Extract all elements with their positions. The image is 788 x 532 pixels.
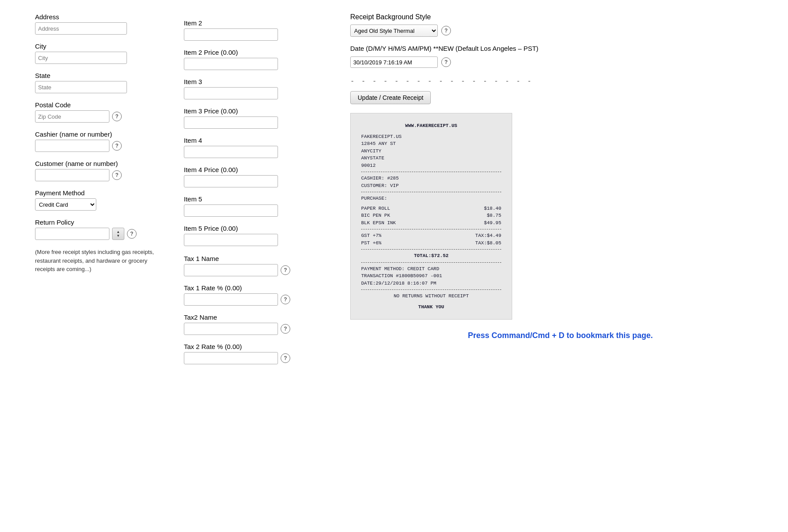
receipt-tax-info: GST +7% TAX:$4.49 PST +6% TAX:$8.05 (361, 232, 501, 247)
bookmark-text: Press Command/Cmd + D to bookmark this p… (350, 330, 770, 341)
item-price-2: $8.75 (487, 212, 501, 219)
item4-price-input[interactable] (184, 175, 278, 187)
state-field-group: State (35, 72, 166, 93)
item2-field-group: Item 2 (184, 19, 333, 41)
cashier-help-button[interactable]: ? (112, 141, 122, 151)
customer-field-group: Customer (name or number) ? (35, 160, 166, 181)
return-policy-help-button[interactable]: ? (127, 229, 137, 239)
item5-input[interactable] (184, 204, 278, 217)
receipt-item-row-1: PAPER ROLL $18.40 (361, 205, 501, 212)
help-icon: ? (284, 296, 287, 303)
help-icon: ? (444, 28, 447, 34)
tax2-rate-input[interactable] (184, 352, 278, 364)
item4-input[interactable] (184, 146, 278, 158)
help-icon: ? (115, 172, 118, 178)
item5-price-field-group: Item 5 Price (0.00) (184, 225, 333, 246)
postal-code-label: Postal Code (35, 101, 166, 109)
cashier-input[interactable] (35, 140, 109, 152)
receipt-cashier-info: CASHIER: #285 CUSTOMER: VIP (361, 175, 501, 189)
tax2-name-input[interactable] (184, 323, 278, 335)
help-icon: ? (115, 143, 118, 149)
return-policy-label: Return Policy (35, 218, 166, 226)
tax1-rate-field-group: Tax 1 Rate % (0.00) ? (184, 284, 333, 306)
receipt-bg-select[interactable]: Aged Old Style Thermal White Modern Clas… (350, 25, 438, 37)
cashier-label: Cashier (name or number) (35, 130, 166, 138)
receipt-bg-row: Aged Old Style Thermal White Modern Clas… (350, 25, 770, 37)
receipt-thank-you: THANK YOU (361, 303, 501, 311)
item2-price-input[interactable] (184, 58, 278, 70)
receipt-tax2-row: PST +6% TAX:$8.05 (361, 240, 501, 247)
item3-price-label: Item 3 Price (0.00) (184, 107, 333, 115)
receipt-payment-info: PAYMENT METHOD: CREDIT CARD TRANSACTION … (361, 265, 501, 287)
receipt-dashed-2 (361, 192, 501, 192)
cashier-row: ? (35, 140, 166, 152)
tax1-name-field-group: Tax 1 Name ? (184, 255, 333, 276)
help-icon: ? (284, 326, 287, 332)
date-help-button[interactable]: ? (441, 57, 451, 67)
receipt-preview: WWW.FAKERECEIPT.US FAKERECEIPT.US 12845 … (350, 113, 512, 320)
receipt-item-row-3: BLK EPSN INK $49.95 (361, 219, 501, 227)
item-price-3: $49.95 (484, 219, 501, 227)
tax1-name-row: ? (184, 264, 333, 276)
item2-input[interactable] (184, 28, 278, 41)
city-field-group: City (35, 42, 166, 64)
tax2-name-help-button[interactable]: ? (281, 324, 290, 334)
note-text: (More free receipt styles including gas … (35, 248, 166, 274)
item2-price-label: Item 2 Price (0.00) (184, 49, 333, 56)
tax1-name-input[interactable] (184, 264, 278, 276)
return-policy-input[interactable] (35, 228, 109, 240)
receipt-dashed-1 (361, 172, 501, 172)
item4-label: Item 4 (184, 137, 333, 144)
receipt-no-returns: NO RETURNS WITHOUT RECEIPT (361, 292, 501, 300)
return-policy-field-group: Return Policy ▲ ▼ ? (35, 218, 166, 240)
date-title: Date (D/M/Y H/M/S AM/PM) **NEW (Default … (350, 44, 770, 53)
payment-method-select[interactable]: Credit Card Cash Debit Card Check Gift C… (35, 198, 96, 211)
customer-help-button[interactable]: ? (112, 170, 122, 180)
receipt-dashed-6 (361, 289, 501, 290)
spinner-down-icon: ▼ (116, 234, 120, 238)
payment-method-label: Payment Method (35, 189, 166, 197)
customer-input[interactable] (35, 169, 109, 181)
help-icon: ? (284, 355, 287, 361)
item5-price-input[interactable] (184, 234, 278, 246)
tax1-rate-help-button[interactable]: ? (281, 295, 290, 304)
help-icon: ? (115, 113, 118, 120)
receipt-total: TOTAL:$72.52 (361, 252, 501, 260)
date-input[interactable] (350, 56, 438, 68)
state-input[interactable] (35, 81, 127, 93)
spinner-up-icon: ▲ (116, 230, 120, 234)
city-input[interactable] (35, 52, 127, 64)
postal-code-help-button[interactable]: ? (112, 112, 122, 121)
receipt-bg-help-button[interactable]: ? (441, 26, 451, 35)
address-field-group: Address (35, 13, 166, 35)
item-name-3: BLK EPSN INK (361, 219, 396, 227)
item5-label: Item 5 (184, 195, 333, 203)
item-name-2: BIC PEN PK (361, 212, 390, 219)
tax2-rate-help-button[interactable]: ? (281, 353, 290, 363)
receipt-item-row-2: BIC PEN PK $8.75 (361, 212, 501, 219)
tax2-name-label: Tax2 Name (184, 314, 333, 321)
help-icon: ? (444, 59, 447, 65)
tax1-name-label: Tax 1 Name (184, 255, 333, 262)
tax2-rate-field-group: Tax 2 Rate % (0.00) ? (184, 343, 333, 364)
receipt-website: WWW.FAKERECEIPT.US (361, 122, 501, 130)
right-column: Receipt Background Style Aged Old Style … (341, 9, 779, 377)
return-policy-row: ▲ ▼ ? (35, 228, 166, 240)
update-create-receipt-button[interactable]: Update / Create Receipt (350, 91, 431, 104)
item-price-1: $18.40 (484, 205, 501, 212)
item3-price-input[interactable] (184, 116, 278, 129)
item2-price-field-group: Item 2 Price (0.00) (184, 49, 333, 70)
address-input[interactable] (35, 22, 127, 35)
return-policy-spinner[interactable]: ▲ ▼ (112, 228, 124, 240)
left-column: Address City State Postal Code ? Cashier… (9, 9, 175, 377)
tax1-rate-input[interactable] (184, 293, 278, 306)
tax1-name-help-button[interactable]: ? (281, 265, 290, 275)
customer-row: ? (35, 169, 166, 181)
postal-code-field-group: Postal Code ? (35, 101, 166, 123)
postal-code-input[interactable] (35, 110, 109, 123)
item3-input[interactable] (184, 87, 278, 99)
customer-label: Customer (name or number) (35, 160, 166, 167)
help-icon: ? (130, 231, 133, 237)
address-label: Address (35, 13, 166, 21)
item4-field-group: Item 4 (184, 137, 333, 158)
